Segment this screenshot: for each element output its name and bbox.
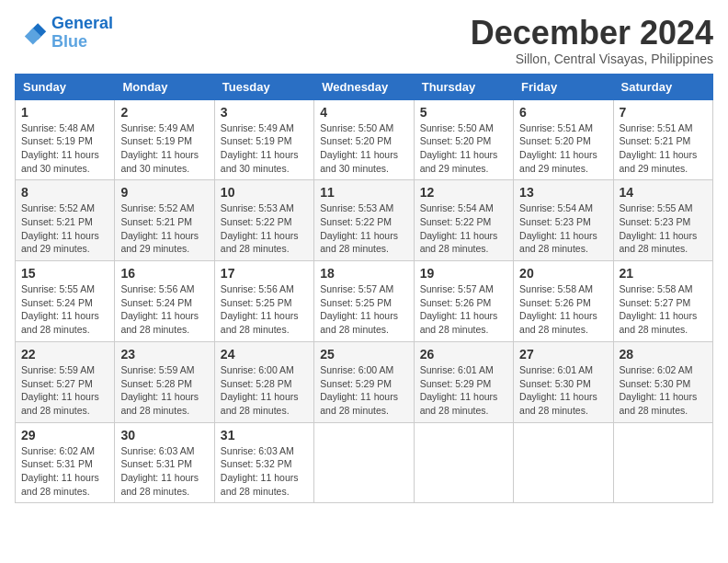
- cell-day-number: 2: [120, 105, 208, 120]
- column-header-wednesday: Wednesday: [314, 74, 414, 99]
- cell-day-number: 20: [519, 266, 607, 281]
- cell-day-number: 22: [21, 347, 108, 362]
- cell-info: Sunrise: 6:03 AM Sunset: 5:31 PM Dayligh…: [120, 444, 208, 499]
- calendar-header-row: SundayMondayTuesdayWednesdayThursdayFrid…: [16, 74, 713, 99]
- column-header-tuesday: Tuesday: [214, 74, 313, 99]
- cell-info: Sunrise: 5:49 AM Sunset: 5:19 PM Dayligh…: [120, 121, 208, 176]
- cell-day-number: 3: [221, 105, 308, 120]
- cell-info: Sunrise: 5:57 AM Sunset: 5:25 PM Dayligh…: [320, 282, 407, 337]
- calendar-cell: 20 Sunrise: 5:58 AM Sunset: 5:26 PM Dayl…: [514, 261, 613, 342]
- cell-day-number: 26: [420, 347, 507, 362]
- cell-day-number: 23: [120, 347, 208, 362]
- calendar-table: SundayMondayTuesdayWednesdayThursdayFrid…: [15, 74, 713, 504]
- cell-day-number: 19: [420, 266, 507, 281]
- column-header-saturday: Saturday: [613, 74, 712, 99]
- calendar-cell: 29 Sunrise: 6:02 AM Sunset: 5:31 PM Dayl…: [16, 422, 115, 503]
- calendar-cell: 31 Sunrise: 6:03 AM Sunset: 5:32 PM Dayl…: [214, 422, 313, 503]
- calendar-cell: 27 Sunrise: 6:01 AM Sunset: 5:30 PM Dayl…: [514, 341, 613, 422]
- cell-day-number: 25: [320, 347, 407, 362]
- cell-day-number: 10: [221, 185, 308, 200]
- cell-day-number: 5: [420, 105, 507, 120]
- calendar-body: 1 Sunrise: 5:48 AM Sunset: 5:19 PM Dayli…: [16, 99, 713, 503]
- calendar-cell: 21 Sunrise: 5:58 AM Sunset: 5:27 PM Dayl…: [613, 261, 712, 342]
- month-title: December 2024: [471, 15, 713, 52]
- calendar-cell: 9 Sunrise: 5:52 AM Sunset: 5:21 PM Dayli…: [115, 180, 214, 261]
- cell-info: Sunrise: 5:53 AM Sunset: 5:22 PM Dayligh…: [320, 201, 407, 256]
- calendar-cell: 2 Sunrise: 5:49 AM Sunset: 5:19 PM Dayli…: [115, 99, 214, 180]
- cell-info: Sunrise: 5:52 AM Sunset: 5:21 PM Dayligh…: [120, 201, 208, 256]
- cell-info: Sunrise: 6:00 AM Sunset: 5:28 PM Dayligh…: [221, 363, 308, 418]
- calendar-week-4: 22 Sunrise: 5:59 AM Sunset: 5:27 PM Dayl…: [16, 341, 713, 422]
- cell-info: Sunrise: 6:00 AM Sunset: 5:29 PM Dayligh…: [320, 363, 407, 418]
- column-header-friday: Friday: [514, 74, 613, 99]
- location-title: Sillon, Central Visayas, Philippines: [471, 52, 713, 66]
- cell-day-number: 4: [320, 105, 407, 120]
- logo: General Blue: [15, 15, 113, 52]
- calendar-cell: 14 Sunrise: 5:55 AM Sunset: 5:23 PM Dayl…: [613, 180, 712, 261]
- cell-info: Sunrise: 5:58 AM Sunset: 5:27 PM Dayligh…: [620, 282, 707, 337]
- cell-info: Sunrise: 5:49 AM Sunset: 5:19 PM Dayligh…: [221, 121, 308, 176]
- cell-day-number: 17: [221, 266, 308, 281]
- cell-day-number: 30: [120, 428, 208, 442]
- column-header-thursday: Thursday: [414, 74, 513, 99]
- calendar-week-1: 1 Sunrise: 5:48 AM Sunset: 5:19 PM Dayli…: [16, 99, 713, 180]
- calendar-cell: 5 Sunrise: 5:50 AM Sunset: 5:20 PM Dayli…: [414, 99, 513, 180]
- calendar-cell: 10 Sunrise: 5:53 AM Sunset: 5:22 PM Dayl…: [214, 180, 313, 261]
- calendar-cell: 13 Sunrise: 5:54 AM Sunset: 5:23 PM Dayl…: [514, 180, 613, 261]
- calendar-cell: [613, 422, 712, 503]
- cell-day-number: 7: [620, 105, 707, 120]
- calendar-cell: 23 Sunrise: 5:59 AM Sunset: 5:28 PM Dayl…: [115, 341, 214, 422]
- cell-day-number: 6: [519, 105, 607, 120]
- calendar-cell: [514, 422, 613, 503]
- cell-info: Sunrise: 6:03 AM Sunset: 5:32 PM Dayligh…: [221, 444, 308, 499]
- cell-day-number: 18: [320, 266, 407, 281]
- cell-info: Sunrise: 5:48 AM Sunset: 5:19 PM Dayligh…: [21, 121, 108, 176]
- cell-info: Sunrise: 5:52 AM Sunset: 5:21 PM Dayligh…: [21, 201, 108, 256]
- calendar-cell: 25 Sunrise: 6:00 AM Sunset: 5:29 PM Dayl…: [314, 341, 414, 422]
- cell-info: Sunrise: 5:59 AM Sunset: 5:28 PM Dayligh…: [120, 363, 208, 418]
- cell-info: Sunrise: 5:51 AM Sunset: 5:20 PM Dayligh…: [519, 121, 607, 176]
- cell-info: Sunrise: 6:01 AM Sunset: 5:30 PM Dayligh…: [519, 363, 607, 418]
- cell-info: Sunrise: 5:59 AM Sunset: 5:27 PM Dayligh…: [21, 363, 108, 418]
- cell-day-number: 11: [320, 185, 407, 200]
- calendar-cell: 4 Sunrise: 5:50 AM Sunset: 5:20 PM Dayli…: [314, 99, 414, 180]
- calendar-cell: 28 Sunrise: 6:02 AM Sunset: 5:30 PM Dayl…: [613, 341, 712, 422]
- cell-info: Sunrise: 5:50 AM Sunset: 5:20 PM Dayligh…: [320, 121, 407, 176]
- cell-info: Sunrise: 5:51 AM Sunset: 5:21 PM Dayligh…: [620, 121, 707, 176]
- calendar-cell: 11 Sunrise: 5:53 AM Sunset: 5:22 PM Dayl…: [314, 180, 414, 261]
- calendar-cell: 30 Sunrise: 6:03 AM Sunset: 5:31 PM Dayl…: [115, 422, 214, 503]
- calendar-cell: 15 Sunrise: 5:55 AM Sunset: 5:24 PM Dayl…: [16, 261, 115, 342]
- cell-day-number: 8: [21, 185, 108, 200]
- calendar-week-3: 15 Sunrise: 5:55 AM Sunset: 5:24 PM Dayl…: [16, 261, 713, 342]
- cell-day-number: 24: [221, 347, 308, 362]
- column-header-sunday: Sunday: [16, 74, 115, 99]
- cell-info: Sunrise: 6:02 AM Sunset: 5:30 PM Dayligh…: [620, 363, 707, 418]
- cell-info: Sunrise: 5:57 AM Sunset: 5:26 PM Dayligh…: [420, 282, 507, 337]
- cell-day-number: 31: [221, 428, 308, 442]
- cell-day-number: 9: [120, 185, 208, 200]
- calendar-week-2: 8 Sunrise: 5:52 AM Sunset: 5:21 PM Dayli…: [16, 180, 713, 261]
- calendar-cell: 7 Sunrise: 5:51 AM Sunset: 5:21 PM Dayli…: [613, 99, 712, 180]
- cell-day-number: 29: [21, 428, 108, 442]
- cell-info: Sunrise: 5:54 AM Sunset: 5:23 PM Dayligh…: [519, 201, 607, 256]
- cell-day-number: 12: [420, 185, 507, 200]
- cell-info: Sunrise: 5:54 AM Sunset: 5:22 PM Dayligh…: [420, 201, 507, 256]
- calendar-cell: 26 Sunrise: 6:01 AM Sunset: 5:29 PM Dayl…: [414, 341, 513, 422]
- cell-day-number: 16: [120, 266, 208, 281]
- cell-info: Sunrise: 6:02 AM Sunset: 5:31 PM Dayligh…: [21, 444, 108, 499]
- cell-day-number: 15: [21, 266, 108, 281]
- page-header: General Blue December 2024 Sillon, Centr…: [15, 15, 713, 66]
- calendar-cell: 17 Sunrise: 5:56 AM Sunset: 5:25 PM Dayl…: [214, 261, 313, 342]
- cell-day-number: 21: [620, 266, 707, 281]
- logo-icon: [15, 17, 48, 50]
- cell-info: Sunrise: 5:56 AM Sunset: 5:24 PM Dayligh…: [120, 282, 208, 337]
- calendar-cell: 1 Sunrise: 5:48 AM Sunset: 5:19 PM Dayli…: [16, 99, 115, 180]
- cell-info: Sunrise: 5:53 AM Sunset: 5:22 PM Dayligh…: [221, 201, 308, 256]
- calendar-cell: 12 Sunrise: 5:54 AM Sunset: 5:22 PM Dayl…: [414, 180, 513, 261]
- cell-day-number: 13: [519, 185, 607, 200]
- calendar-cell: 19 Sunrise: 5:57 AM Sunset: 5:26 PM Dayl…: [414, 261, 513, 342]
- calendar-week-5: 29 Sunrise: 6:02 AM Sunset: 5:31 PM Dayl…: [16, 422, 713, 503]
- cell-info: Sunrise: 5:50 AM Sunset: 5:20 PM Dayligh…: [420, 121, 507, 176]
- calendar-cell: 3 Sunrise: 5:49 AM Sunset: 5:19 PM Dayli…: [214, 99, 313, 180]
- calendar-cell: [414, 422, 513, 503]
